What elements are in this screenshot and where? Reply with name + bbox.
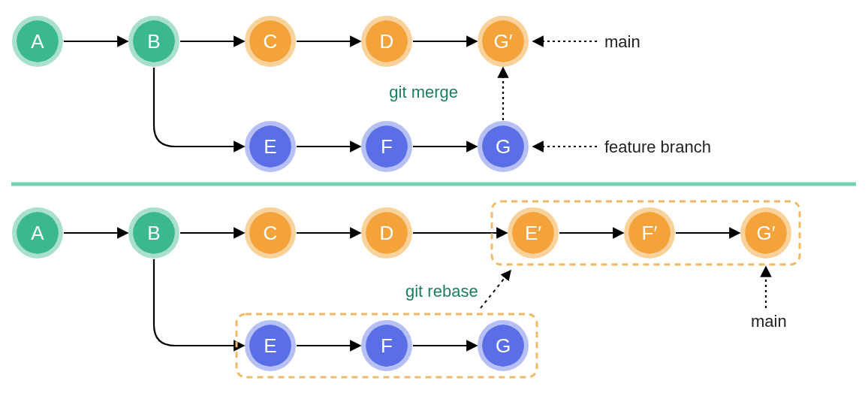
rebase-main-D-label: D xyxy=(380,222,394,244)
merge-main-A-label: A xyxy=(31,30,44,53)
rebase-main-B-label: B xyxy=(147,222,160,244)
merge-main-label: main xyxy=(604,32,640,51)
merge-main-D-label: D xyxy=(380,30,394,53)
merge-feature-label: feature branch xyxy=(604,138,711,156)
rebase-branch-arrow xyxy=(154,259,244,346)
rebase-main-C-label: C xyxy=(264,222,278,244)
rebase-main-E′-label: E′ xyxy=(525,222,541,244)
merge-feat-E-label: E xyxy=(264,135,276,158)
merge-feat-G-label: G xyxy=(496,135,511,158)
merge-main-B-label: B xyxy=(147,30,160,53)
merge-op-label: git merge xyxy=(389,83,458,101)
rebase-connector xyxy=(481,271,511,308)
merge-feat-F-label: F xyxy=(381,135,393,158)
rebase-feat-F-label: F xyxy=(381,334,393,357)
rebase-main-label: main xyxy=(751,312,787,331)
merge-main-C-label: C xyxy=(264,30,278,53)
rebase-feat-G-label: G xyxy=(496,334,511,357)
rebase-op-label: git rebase xyxy=(405,282,478,301)
rebase-feat-E-label: E xyxy=(264,334,276,357)
merge-branch-arrow xyxy=(154,68,244,147)
rebase-main-F′-label: F′ xyxy=(642,222,658,244)
rebase-main-A-label: A xyxy=(31,222,44,244)
merge-main-G′-label: G′ xyxy=(493,30,512,53)
rebase-main-G′-label: G′ xyxy=(756,222,775,244)
git-merge-rebase-diagram: ABCDG′EFGgit mergemainfeature branchABCD… xyxy=(0,0,868,405)
